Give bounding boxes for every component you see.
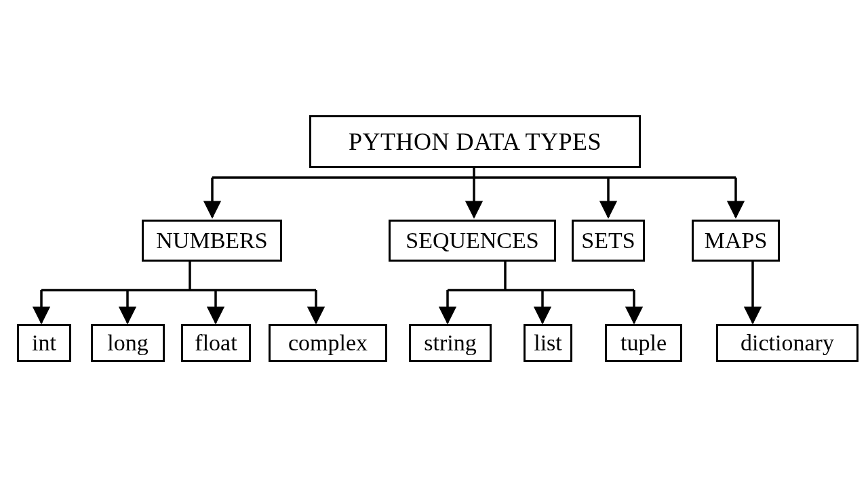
leaf-dictionary: dictionary [716,324,859,362]
title-box: PYTHON DATA TYPES [309,115,641,168]
category-sequences-label: SEQUENCES [406,228,538,253]
leaf-int-label: int [32,330,56,356]
title-text: PYTHON DATA TYPES [349,127,601,156]
diagram-root: PYTHON DATA TYPES NUMBERS SEQUENCES SETS… [0,0,868,488]
leaf-complex: complex [269,324,387,362]
leaf-string: string [409,324,492,362]
leaf-float: float [181,324,251,362]
category-sequences: SEQUENCES [389,220,556,262]
leaf-tuple-label: tuple [620,330,667,356]
category-sets: SETS [572,220,645,262]
leaf-int: int [17,324,71,362]
leaf-float-label: float [195,330,237,356]
category-sets-label: SETS [581,228,635,253]
category-numbers-label: NUMBERS [156,228,267,253]
leaf-dictionary-label: dictionary [741,330,834,356]
leaf-string-label: string [424,330,476,356]
category-maps-label: MAPS [705,228,768,253]
leaf-long: long [91,324,165,362]
leaf-complex-label: complex [288,330,368,356]
leaf-list: list [524,324,572,362]
leaf-long-label: long [107,330,148,356]
category-numbers: NUMBERS [142,220,282,262]
category-maps: MAPS [692,220,780,262]
leaf-tuple: tuple [605,324,682,362]
leaf-list-label: list [534,330,562,356]
